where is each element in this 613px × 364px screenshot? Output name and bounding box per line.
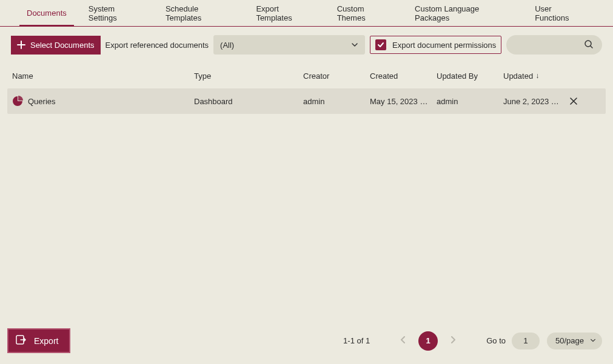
tab-label: Custom Themes — [337, 4, 393, 22]
referenced-documents-dropdown[interactable]: (All) — [213, 35, 365, 55]
tab-label: System Settings — [89, 4, 144, 22]
goto-page-input[interactable] — [512, 333, 540, 349]
page-info: 1-1 of 1 — [343, 336, 370, 345]
cell-updated: June 2, 2023 1… — [498, 97, 559, 106]
sort-desc-icon: ↓ — [535, 71, 539, 80]
tab-custom-language-packages[interactable]: Custom Language Packages — [415, 0, 513, 26]
export-button[interactable]: Export — [7, 328, 70, 353]
table-row[interactable]: Queries Dashboard admin May 15, 2023 … a… — [7, 88, 606, 114]
tab-documents[interactable]: Documents — [27, 0, 67, 26]
goto-label: Go to — [486, 336, 506, 345]
current-page-indicator[interactable]: 1 — [418, 331, 438, 351]
column-header-updated-by[interactable]: Updated By — [432, 71, 498, 81]
select-documents-label: Select Documents — [30, 41, 95, 50]
export-icon — [16, 334, 27, 347]
chevron-down-icon — [590, 336, 596, 345]
page-size-dropdown[interactable]: 50/page — [547, 333, 602, 349]
next-page-button[interactable] — [445, 333, 461, 349]
cell-updated-by: admin — [432, 97, 498, 106]
chevron-left-icon — [400, 336, 406, 345]
tab-bar: Documents System Settings Schedule Templ… — [0, 0, 613, 27]
cell-creator: admin — [298, 97, 365, 106]
tab-label: User Functions — [535, 4, 586, 22]
tab-export-templates[interactable]: Export Templates — [256, 0, 315, 26]
documents-table: Name Type Creator Created Updated By Upd… — [0, 63, 613, 321]
toolbar: Select Documents Export referenced docum… — [0, 27, 613, 63]
tab-custom-themes[interactable]: Custom Themes — [337, 0, 393, 26]
dropdown-value: (All) — [220, 41, 234, 50]
export-permissions-option[interactable]: Export document permissions — [370, 36, 501, 54]
search-icon — [584, 39, 594, 51]
page-size-label: 50/page — [555, 336, 584, 345]
tab-label: Export Templates — [256, 4, 315, 22]
export-referenced-label: Export referenced documents — [106, 41, 209, 50]
tab-label: Schedule Templates — [166, 4, 234, 22]
dashboard-icon — [12, 96, 23, 107]
chevron-down-icon — [351, 41, 358, 48]
checkbox-checked-icon — [375, 39, 386, 50]
column-header-type[interactable]: Type — [189, 71, 298, 81]
cell-type: Dashboard — [189, 97, 298, 106]
search-input[interactable] — [506, 35, 602, 55]
tab-label: Custom Language Packages — [415, 4, 513, 22]
column-header-name[interactable]: Name — [7, 71, 189, 81]
remove-row-button[interactable] — [559, 97, 583, 105]
pager: 1 — [395, 331, 461, 351]
column-header-updated[interactable]: Updated ↓ — [498, 71, 559, 81]
column-header-creator[interactable]: Creator — [298, 71, 365, 81]
export-label: Export — [34, 336, 58, 346]
select-documents-button[interactable]: Select Documents — [11, 36, 101, 55]
tab-schedule-templates[interactable]: Schedule Templates — [166, 0, 234, 26]
goto-page: Go to — [486, 333, 540, 349]
cell-name: Queries — [28, 97, 56, 106]
export-permissions-label: Export document permissions — [392, 41, 496, 50]
table-header: Name Type Creator Created Updated By Upd… — [7, 63, 606, 88]
tab-user-functions[interactable]: User Functions — [535, 0, 586, 26]
plus-icon — [17, 41, 25, 49]
chevron-right-icon — [450, 336, 456, 345]
tab-system-settings[interactable]: System Settings — [89, 0, 144, 26]
cell-created: May 15, 2023 … — [365, 97, 432, 106]
footer: Export 1-1 of 1 1 Go to 50/pa — [0, 321, 613, 364]
column-header-created[interactable]: Created — [365, 71, 432, 81]
prev-page-button[interactable] — [395, 333, 411, 349]
tab-label: Documents — [27, 8, 67, 18]
